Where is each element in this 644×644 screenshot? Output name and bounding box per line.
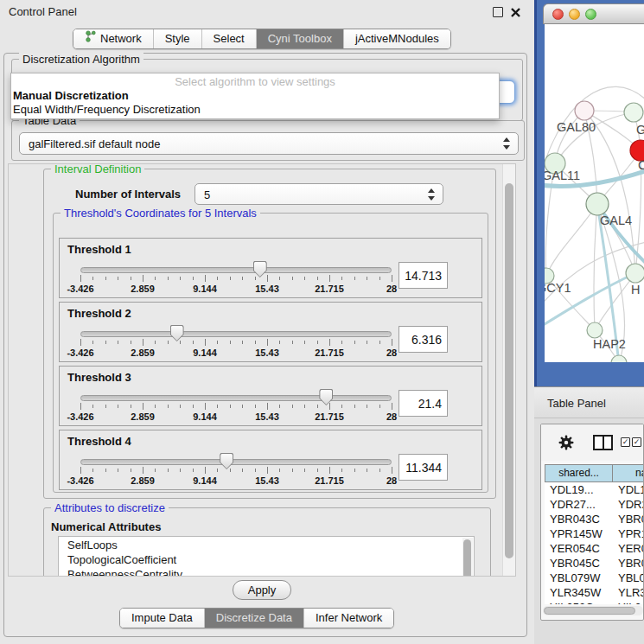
node-label: HAP2 — [593, 337, 626, 351]
number-of-intervals-combobox[interactable]: 5 — [194, 183, 443, 205]
threshold-slider[interactable]: -3.4262.8599.14415.4321.71528 — [80, 325, 392, 360]
table-cell: YDR27... — [545, 497, 613, 512]
tick-label: 15.43 — [255, 475, 279, 486]
tab-label: Discretize Data — [216, 609, 292, 628]
network-node[interactable] — [626, 264, 644, 283]
attribute-item[interactable]: SelfLoops — [59, 537, 474, 552]
attribute-list[interactable]: SelfLoopsTopologicalCoefficientBetweenne… — [58, 536, 475, 577]
number-of-intervals-label: Number of Intervals — [75, 188, 181, 201]
network-node[interactable] — [586, 193, 609, 215]
checkbox-icon[interactable]: ✓ — [632, 437, 641, 447]
network-canvas[interactable]: GAL80GCGAL11GAL4GCY1HHAP2 — [545, 24, 644, 362]
table-row[interactable]: YBR043CYBR0 — [545, 512, 644, 526]
control-panel-titlebar: Control Panel — [0, 0, 534, 22]
close-traffic-light-icon[interactable] — [552, 9, 564, 20]
tab-label: Infer Network — [316, 609, 382, 628]
checkbox-icon[interactable]: ✓ — [621, 437, 630, 447]
table-row[interactable]: YLR345WYLR3 — [545, 585, 644, 600]
threshold-value-field[interactable]: 14.713 — [399, 262, 448, 289]
table-row[interactable]: YDL19...YDL1 — [545, 482, 644, 497]
attribute-list-scrollbar[interactable] — [462, 538, 473, 577]
settings-scrollpane: Interval Definition Number of Intervals … — [8, 163, 516, 577]
scrollbar-thumb[interactable] — [505, 183, 513, 558]
tab-select[interactable]: Select — [202, 29, 257, 48]
table-row[interactable]: YBL079WYBL0 — [545, 571, 644, 585]
network-node[interactable] — [624, 103, 643, 122]
table-cell: YBR043C — [545, 512, 613, 526]
float-window-icon[interactable] — [493, 7, 503, 17]
vertical-scrollbar[interactable] — [502, 164, 515, 576]
table-row[interactable]: YPR145WYPR1 — [545, 526, 644, 541]
node-label: C — [638, 158, 644, 172]
tick-label: 28 — [386, 348, 397, 358]
threshold-slider[interactable]: -3.4262.8599.14415.4321.71528 — [80, 453, 392, 488]
network-node[interactable] — [611, 355, 627, 362]
slider-track[interactable] — [80, 459, 392, 465]
threshold-panel: Threshold 1 -3.4262.8599.14415.4321.7152… — [59, 238, 482, 298]
table-row[interactable]: YBR045CYBR0 — [545, 556, 644, 571]
table-cell: YDL19... — [545, 482, 613, 497]
group-title: Discretization Algorithm — [19, 53, 143, 66]
node-label: GAL4 — [600, 214, 632, 227]
tab-impute-data[interactable]: Impute Data — [120, 609, 205, 628]
attribute-item[interactable]: BetweennessCentrality — [59, 566, 474, 577]
tick-label: 2.859 — [131, 284, 155, 294]
tab-infer-network[interactable]: Infer Network — [304, 609, 393, 628]
stepper-icon — [428, 188, 436, 201]
network-graph[interactable]: GAL80GCGAL11GAL4GCY1HHAP2 — [545, 24, 644, 362]
table-cell: YLR345W — [545, 585, 613, 600]
algorithm-option[interactable]: Manual Discretization — [11, 88, 499, 102]
gear-icon[interactable] — [558, 435, 574, 450]
network-node[interactable] — [575, 101, 594, 120]
tab-jactivemnodules[interactable]: jActiveMNodules — [344, 29, 450, 48]
scrollbar-thumb[interactable] — [544, 607, 635, 615]
interval-definition-group: Interval Definition Number of Intervals … — [43, 169, 496, 499]
horizontal-scrollbar[interactable] — [543, 606, 643, 615]
slider-tick-labels: -3.4262.8599.14415.4321.71528 — [80, 348, 392, 358]
threshold-value-field[interactable]: 6.316 — [399, 326, 448, 353]
table-row[interactable]: YIL052CYIL0 — [545, 600, 644, 604]
table-cell: YPR145W — [545, 526, 613, 541]
close-icon[interactable] — [510, 6, 521, 17]
tick-label: 28 — [386, 475, 397, 486]
cyni-toolbox-panel: Discretization Algorithm Table Data galF… — [3, 53, 527, 637]
network-edge[interactable] — [546, 204, 597, 276]
attribute-item[interactable]: TopologicalCoefficient — [59, 552, 474, 566]
network-edge[interactable] — [584, 111, 635, 273]
threshold-value-field[interactable]: 11.344 — [399, 454, 448, 481]
dropdown-hint: Select algorithm to view settings — [11, 73, 499, 88]
tab-network[interactable]: Network — [73, 29, 154, 48]
slider-track[interactable] — [80, 331, 392, 337]
combobox-value: 5 — [204, 188, 210, 201]
attributes-group: Attributes to discretize Numerical Attri… — [43, 507, 491, 577]
table-row[interactable]: YER054CYER0 — [545, 541, 644, 556]
tick-label: -3.426 — [67, 348, 93, 358]
slider-track[interactable] — [80, 395, 392, 401]
column-header[interactable]: na — [613, 464, 644, 482]
apply-button[interactable]: Apply — [233, 580, 291, 600]
algorithm-option[interactable]: Equal Width/Frequency Discretization — [11, 102, 499, 116]
zoom-traffic-light-icon[interactable] — [585, 9, 596, 20]
slider-track[interactable] — [80, 267, 392, 273]
screen: Control Panel NetworkStyleSelectCyni Too… — [0, 0, 644, 644]
threshold-slider[interactable]: -3.4262.8599.14415.4321.71528 — [80, 389, 392, 424]
tick-label: 2.859 — [131, 411, 155, 422]
threshold-slider[interactable]: -3.4262.8599.14415.4321.71528 — [80, 261, 392, 296]
table-cell: YDL1 — [613, 482, 644, 497]
table-row[interactable]: YDR27...YDR2 — [545, 497, 644, 512]
table-cell: YBR0 — [613, 512, 644, 526]
tab-cyni-toolbox[interactable]: Cyni Toolbox — [257, 29, 344, 48]
network-edge[interactable] — [594, 204, 597, 330]
network-node[interactable] — [587, 322, 603, 338]
table-cell: YPR1 — [613, 526, 644, 541]
threshold-value-field[interactable]: 21.4 — [399, 390, 448, 417]
minimize-traffic-light-icon[interactable] — [569, 9, 580, 20]
column-header[interactable]: shared... — [545, 464, 613, 482]
tick-label: 21.715 — [315, 284, 344, 294]
table-data-combobox[interactable]: galFiltered.sif default node — [19, 132, 519, 155]
table-cell: YER0 — [613, 541, 644, 556]
tab-style[interactable]: Style — [154, 29, 202, 48]
columns-icon[interactable] — [593, 435, 613, 450]
cyni-bottom-tabs: Impute DataDiscretize DataInfer Network — [119, 608, 394, 628]
tab-discretize-data[interactable]: Discretize Data — [205, 609, 304, 628]
